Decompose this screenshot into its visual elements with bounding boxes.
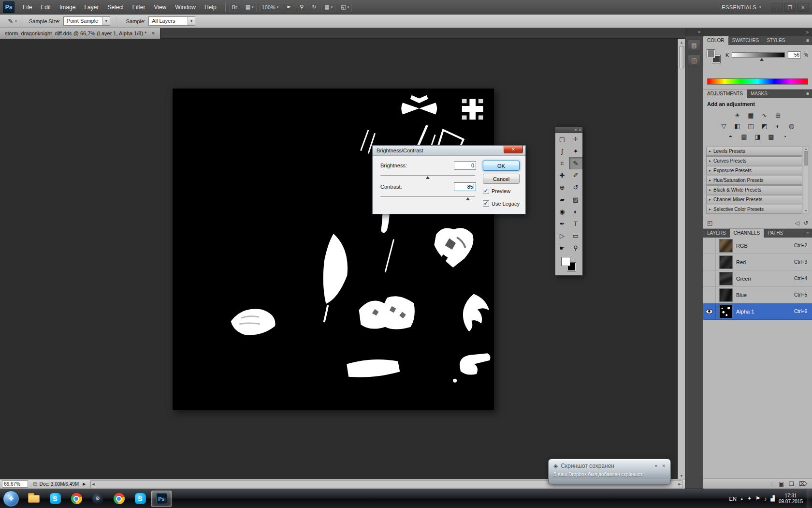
rotate-view-button[interactable]: ↻ — [309, 2, 319, 12]
healing-brush-tool[interactable]: ✚ — [555, 169, 569, 181]
menu-image[interactable]: Image — [55, 0, 80, 15]
tab-swatches[interactable]: SWATCHES — [728, 36, 763, 45]
foreground-background-swatches[interactable] — [707, 50, 720, 63]
preset-curves-presets[interactable]: ▸Curves Presets — [706, 156, 802, 165]
preset-channel-mixer-presets[interactable]: ▸Channel Mixer Presets — [706, 195, 802, 204]
eraser-tool[interactable]: ▰ — [555, 194, 569, 206]
brush-tool[interactable]: ✐ — [569, 169, 582, 181]
tray-network-icon[interactable]: ▟ — [770, 495, 774, 502]
scroll-down-icon[interactable]: ▼ — [805, 209, 808, 212]
scroll-up-icon[interactable]: ▲ — [678, 39, 685, 45]
taskbar-steam-button[interactable]: ⚙ — [87, 491, 108, 507]
exposure-adjustment-icon[interactable]: ⊞ — [773, 111, 783, 120]
dodge-tool[interactable]: ◐ — [569, 206, 582, 218]
document-tab[interactable]: storm_dragonknight_diff.dds @ 66,7% (Lay… — [0, 28, 160, 39]
taskbar-chrome-button[interactable] — [66, 491, 87, 507]
tool-preset-button[interactable]: ✎ ▾ — [2, 15, 23, 27]
color-spectrum-ramp[interactable] — [707, 78, 808, 85]
preset-levels-presets[interactable]: ▸Levels Presets — [706, 147, 802, 156]
scroll-left-icon[interactable]: ◀ — [92, 482, 94, 486]
notification-close-icon[interactable]: ✕ — [662, 463, 666, 468]
threshold-adjustment-icon[interactable]: ◨ — [753, 132, 763, 141]
rectangular-marquee-tool[interactable]: ▢ — [555, 133, 569, 145]
preset-exposure-presets[interactable]: ▸Exposure Presets — [706, 166, 802, 175]
channel-row-rgb[interactable]: RGBCtrl+2 — [703, 238, 812, 254]
tool-color-swatches[interactable] — [555, 256, 582, 273]
status-flyout-icon[interactable]: ▶ — [83, 482, 86, 486]
view-extras-button[interactable]: ▦▾ — [243, 2, 257, 12]
blur-tool[interactable]: ◉ — [555, 206, 569, 218]
sample-size-dropdown[interactable]: Point Sample ▼ — [63, 16, 110, 26]
zoom-tool-button[interactable]: ⚲ — [297, 2, 306, 12]
visibility-toggle[interactable] — [703, 238, 716, 254]
hand-tool-button[interactable]: ☛ — [284, 2, 294, 12]
color-balance-adjustment-icon[interactable]: ◫ — [746, 121, 756, 130]
vertical-scroll-thumb[interactable] — [679, 46, 684, 68]
launch-bridge-button[interactable]: Br — [229, 2, 240, 12]
brightness-slider-thumb[interactable] — [426, 176, 430, 179]
invert-adjustment-icon[interactable]: ◓ — [726, 132, 736, 141]
screen-mode-button[interactable]: ◱▾ — [338, 2, 352, 12]
visibility-toggle[interactable] — [703, 303, 716, 319]
contrast-slider-thumb[interactable] — [466, 197, 470, 200]
pen-tool[interactable]: ✒ — [555, 218, 569, 230]
tab-close-icon[interactable]: × — [151, 31, 155, 36]
visibility-toggle[interactable] — [703, 270, 716, 286]
hidden-icons-chevron[interactable]: ▴ — [741, 496, 743, 501]
arrange-documents-button[interactable]: ▦▾ — [321, 2, 335, 12]
zoom-tool[interactable]: ⚲ — [569, 242, 582, 254]
taskbar-skype-2-button[interactable]: S — [130, 491, 150, 507]
preset-selective-color-presets[interactable]: ▸Selective Color Presets — [706, 205, 802, 214]
menu-filter[interactable]: Filter — [128, 0, 150, 15]
delete-channel-button[interactable]: ⌦ — [799, 480, 807, 487]
ok-button[interactable]: OK — [483, 161, 520, 171]
taskbar-photoshop-button[interactable]: Ps — [151, 491, 172, 507]
taskbar-chrome-2-button[interactable] — [109, 491, 129, 507]
menu-file[interactable]: File — [18, 0, 36, 15]
levels-adjustment-icon[interactable]: ▦ — [746, 111, 756, 120]
panel-menu-icon[interactable]: ≡ — [803, 36, 812, 45]
k-slider-caret[interactable] — [760, 58, 764, 61]
posterize-adjustment-icon[interactable]: ▤ — [740, 132, 749, 141]
taskbar-skype-button[interactable]: S — [45, 491, 65, 507]
use-legacy-checkbox[interactable]: ✓ Use Legacy — [483, 200, 520, 207]
photoshop-logo[interactable]: Ps — [3, 1, 14, 13]
load-channel-as-selection-button[interactable]: ◌ — [770, 480, 774, 487]
show-desktop-button[interactable] — [807, 489, 812, 508]
vertical-scrollbar[interactable]: ▲ ▼ — [678, 39, 685, 479]
close-panel-icon[interactable]: × — [579, 128, 581, 133]
curves-adjustment-icon[interactable]: ∿ — [760, 111, 769, 120]
history-brush-tool[interactable]: ↺ — [569, 181, 582, 194]
black-white-adjustment-icon[interactable]: ◩ — [760, 121, 769, 130]
channel-mixer-adjustment-icon[interactable]: ◍ — [787, 121, 797, 130]
brightness-contrast-adjustment-icon[interactable]: ☀ — [733, 111, 742, 120]
taskbar-explorer-button[interactable] — [24, 491, 44, 507]
scroll-down-icon[interactable]: ▼ — [678, 472, 685, 479]
collapsed-panel-icon-1[interactable]: ▤ — [688, 40, 700, 51]
menu-view[interactable]: View — [149, 0, 171, 15]
menu-layer[interactable]: Layer — [80, 0, 103, 15]
tab-adjustments[interactable]: ADJUSTMENTS — [703, 90, 747, 98]
notification-menu-icon[interactable]: ▾ — [655, 463, 657, 468]
shape-tool[interactable]: ▭ — [569, 230, 582, 242]
lasso-tool[interactable]: ʃ — [555, 145, 569, 157]
tray-volume-icon[interactable]: ♪ — [764, 496, 767, 502]
type-tool[interactable]: T — [569, 218, 582, 230]
visibility-toggle[interactable] — [703, 254, 716, 270]
language-indicator[interactable]: EN — [729, 496, 737, 502]
scroll-right-icon[interactable]: ▶ — [679, 482, 681, 486]
tray-dropbox-icon[interactable]: ✦ — [747, 495, 752, 502]
k-slider[interactable] — [732, 52, 785, 58]
preset-scrollbar[interactable]: ▲ ▼ — [803, 147, 809, 213]
scroll-up-icon[interactable]: ▲ — [805, 148, 808, 150]
dialog-titlebar[interactable]: Brightness/Contrast ✕ — [373, 146, 525, 156]
channel-row-red[interactable]: RedCtrl+3 — [703, 254, 812, 270]
collapse-dock-button[interactable]: » — [703, 28, 812, 36]
menu-select[interactable]: Select — [103, 0, 128, 15]
cancel-button[interactable]: Cancel — [483, 174, 520, 184]
previous-state-button[interactable]: ◁ — [795, 220, 799, 226]
reset-button[interactable]: ↺ — [803, 220, 808, 226]
panel-menu-icon[interactable]: ≡ — [803, 90, 812, 98]
channel-row-green[interactable]: GreenCtrl+4 — [703, 270, 812, 287]
gradient-tool[interactable]: ▨ — [569, 194, 582, 206]
